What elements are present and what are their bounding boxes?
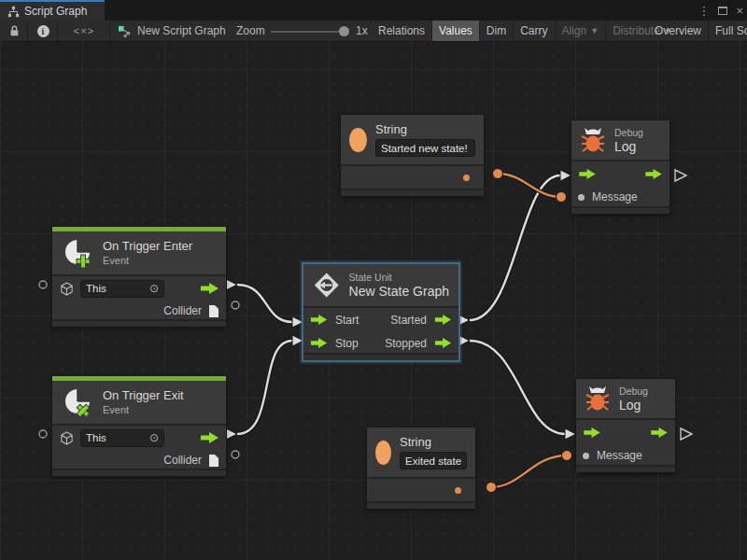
values-toggle[interactable]: Values	[432, 21, 480, 41]
code-view-button[interactable]: <×>	[59, 21, 110, 41]
this-target-field[interactable]: This ⊙	[80, 280, 164, 298]
zoom-label: Zoom	[236, 21, 265, 41]
node-title: Log	[614, 139, 643, 154]
overview-button[interactable]: Overview	[648, 21, 709, 41]
node-debug-log-bottom[interactable]: Debug Log Message	[576, 379, 675, 472]
collider-port-label: Collider	[163, 454, 202, 467]
flow-in-arrow[interactable]	[310, 338, 328, 348]
flow-out-arrow[interactable]	[200, 432, 219, 443]
port-message-in-bottom[interactable]	[562, 451, 572, 461]
string-type-icon	[349, 128, 367, 152]
flow-in-arrow[interactable]	[310, 315, 328, 325]
file-icon[interactable]	[208, 304, 219, 318]
gameobject-cube-icon	[59, 430, 75, 446]
port-out-stopped[interactable]	[458, 335, 470, 346]
node-title: On Trigger Exit	[103, 388, 184, 403]
on-trigger-exit-icon	[61, 385, 94, 419]
flow-out-arrow[interactable]	[200, 283, 219, 294]
node-on-trigger-exit[interactable]: On Trigger Exit Event This ⊙	[52, 376, 226, 476]
node-debug-log-top[interactable]: Debug Log Message	[571, 120, 669, 214]
carry-toggle[interactable]: Carry	[514, 21, 555, 41]
graph-title-segment[interactable]: New Script Graph	[118, 21, 226, 41]
menu-kebab-icon[interactable]: ⋮	[698, 4, 710, 18]
flow-in-arrow[interactable]	[578, 169, 597, 179]
graph-canvas[interactable]: On Trigger Enter Event This ⊙	[0, 42, 747, 560]
file-icon[interactable]	[208, 454, 219, 468]
graph-toolbar: i <×> New Script Graph Zoom 1x Relations…	[0, 21, 747, 42]
target-picker-icon[interactable]: ⊙	[149, 431, 159, 444]
flow-in-arrow[interactable]	[583, 427, 601, 438]
wire-exit-to-stop[interactable]	[237, 341, 292, 434]
arrowhead-stop	[292, 335, 303, 346]
tab-label: Script Graph	[24, 5, 87, 18]
node-title: On Trigger Enter	[103, 239, 192, 254]
dim-toggle[interactable]: Dim	[480, 21, 514, 41]
port-log-out-top[interactable]	[675, 170, 686, 181]
relations-toggle[interactable]: Relations	[372, 21, 432, 41]
port-collider-exit[interactable]	[232, 451, 239, 458]
this-target-field[interactable]: This ⊙	[80, 429, 164, 447]
full-screen-button[interactable]: Full Screen	[709, 21, 747, 41]
node-state-unit[interactable]: State Unit New State Graph Start Started	[303, 264, 458, 360]
port-this-exit[interactable]	[39, 430, 47, 438]
close-icon[interactable]: ×	[736, 4, 743, 18]
target-picker-icon[interactable]: ⊙	[149, 282, 159, 295]
node-title: String	[375, 122, 475, 137]
arrowhead-log-bottom	[565, 428, 576, 440]
port-out-exit[interactable]	[226, 428, 237, 440]
node-on-trigger-enter[interactable]: On Trigger Enter Event This ⊙	[52, 227, 226, 327]
port-out-enter[interactable]	[226, 279, 237, 290]
node-subtitle: Event	[103, 403, 184, 416]
port-string-out-top[interactable]	[493, 169, 503, 179]
zoom-slider-handle[interactable]	[339, 26, 349, 36]
message-input-port[interactable]	[578, 194, 585, 201]
flow-out-arrow[interactable]	[434, 338, 452, 348]
maximize-icon[interactable]	[718, 7, 727, 15]
port-collider-enter[interactable]	[232, 301, 239, 309]
arrowhead-log-top	[560, 170, 571, 181]
stop-port-label: Stop	[335, 337, 359, 350]
port-string-out-bottom[interactable]	[486, 483, 497, 493]
flow-out-arrow[interactable]	[644, 169, 663, 179]
on-trigger-enter-icon	[61, 236, 94, 270]
node-string-bottom[interactable]: String Exited state	[367, 427, 475, 509]
node-title: New State Graph	[349, 284, 449, 299]
toolbar-toggles: Relations Values Dim Carry Align▼ Distri…	[372, 21, 679, 41]
bug-icon	[585, 385, 611, 413]
start-port-label: Start	[335, 314, 359, 327]
wire-enter-to-start[interactable]	[237, 285, 292, 322]
message-port-label: Message	[597, 449, 642, 462]
code-icon: <×>	[74, 25, 94, 36]
node-kind: Debug	[614, 127, 643, 139]
gameobject-cube-icon	[59, 281, 75, 297]
tab-script-graph[interactable]: Script Graph	[0, 0, 105, 21]
stopped-port-label: Stopped	[385, 337, 427, 350]
node-kind: State Unit	[349, 272, 449, 284]
zoom-slider[interactable]	[271, 31, 349, 33]
string-type-icon	[375, 441, 391, 465]
node-kind: Debug	[619, 385, 648, 398]
node-string-top[interactable]: String Started new state!	[341, 115, 484, 196]
lock-button[interactable]	[0, 21, 28, 41]
string-output-port[interactable]	[463, 175, 470, 181]
bug-icon	[580, 126, 606, 154]
string-output-port[interactable]	[455, 487, 461, 494]
port-out-started[interactable]	[458, 315, 470, 326]
graph-icon	[7, 6, 20, 18]
string-value-field[interactable]: Exited state	[400, 452, 467, 469]
align-dropdown[interactable]: Align▼	[556, 21, 607, 41]
unity-graph-window: Script Graph ⋮ × i <×>	[0, 0, 747, 560]
message-input-port[interactable]	[583, 453, 589, 459]
message-port-label: Message	[592, 190, 638, 203]
flow-out-arrow[interactable]	[650, 427, 669, 438]
port-message-in-top[interactable]	[557, 192, 567, 203]
info-button[interactable]: i	[29, 21, 58, 41]
string-value-field[interactable]: Started new state!	[375, 139, 475, 157]
port-this-enter[interactable]	[39, 281, 47, 288]
wire-started-to-log[interactable]	[470, 175, 560, 320]
flow-out-arrow[interactable]	[434, 315, 452, 325]
lock-icon	[7, 24, 21, 37]
wire-stopped-to-log[interactable]	[470, 341, 565, 434]
wire-string-to-message-bottom[interactable]	[491, 455, 567, 487]
port-log-out-bottom[interactable]	[681, 428, 692, 440]
